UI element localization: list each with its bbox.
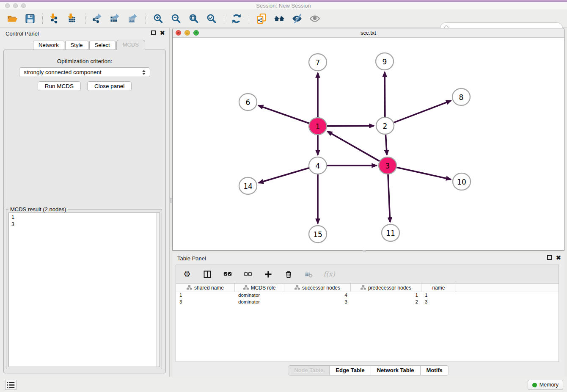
vertical-splitter[interactable] (169, 28, 172, 377)
hide-style-button[interactable] (291, 12, 303, 25)
graph-edge-3-10[interactable] (396, 167, 451, 179)
graph-edge-3-11[interactable] (388, 174, 390, 222)
graph-edge-2-9[interactable] (385, 72, 385, 117)
table-cell[interactable]: 1 (351, 292, 421, 299)
tab-network[interactable]: Network (33, 41, 64, 50)
table-cell[interactable]: 4 (284, 292, 351, 299)
memory-button[interactable]: Memory (528, 380, 563, 390)
list-icon (6, 380, 16, 390)
status-bar: Memory (0, 377, 567, 392)
select-all-button[interactable] (223, 269, 233, 279)
mcds-result-box[interactable]: 1 3 (8, 213, 160, 367)
clone-network-button[interactable] (255, 12, 268, 25)
network-canvas[interactable]: 7968124314101511 (173, 38, 564, 250)
gear-icon: ⚙ (183, 269, 190, 279)
table-close-panel-icon[interactable]: ✖ (556, 255, 561, 260)
graph-node-15[interactable]: 15 (309, 226, 327, 243)
float-panel-icon[interactable] (151, 30, 156, 35)
tab-edge-table[interactable]: Edge Table (330, 366, 371, 375)
zoom-selected-button[interactable] (205, 12, 218, 25)
control-panel-title: Control Panel (6, 30, 39, 37)
graph-node-4[interactable]: 4 (309, 157, 327, 174)
refresh-icon (231, 13, 242, 24)
table-cell[interactable]: 2 (351, 299, 421, 306)
control-panel-header: Control Panel ✖ (0, 28, 169, 39)
tab-style[interactable]: Style (65, 41, 88, 50)
table-cell[interactable]: 3 (176, 299, 235, 306)
columns-button[interactable] (202, 269, 212, 279)
memory-status-icon (532, 383, 537, 387)
column-header-predecessor-nodes[interactable]: predecessor nodes (351, 284, 421, 292)
export-table-icon (110, 13, 121, 24)
home-pair-button[interactable] (273, 12, 286, 25)
graph-edge-4-14[interactable] (259, 168, 309, 183)
graph-edge-1-2[interactable] (327, 126, 374, 126)
save-session-button[interactable] (24, 12, 36, 25)
table-cell[interactable]: 1 (176, 292, 235, 299)
gear-button[interactable]: ⚙ (182, 269, 192, 279)
tree-icon (187, 285, 192, 290)
open-session-button[interactable] (6, 12, 19, 25)
graph-edge-1-6[interactable] (259, 105, 310, 123)
zoom-fit-button[interactable] (187, 12, 200, 25)
import-network-button[interactable] (49, 12, 61, 25)
table-float-panel-icon[interactable] (547, 255, 552, 260)
import-table-button[interactable] (66, 12, 79, 25)
table-cell[interactable]: 3 (284, 299, 351, 306)
run-mcds-button[interactable]: Run MCDS (38, 81, 81, 91)
graph-node-14[interactable]: 14 (239, 177, 257, 194)
tab-node-table[interactable]: Node Table (288, 366, 330, 375)
zoom-out-button[interactable] (170, 12, 182, 25)
column-header-successor-nodes[interactable]: successor nodes (284, 284, 351, 292)
graph-edge-3-1[interactable] (328, 131, 380, 161)
delete-button[interactable] (284, 269, 294, 279)
graph-node-11[interactable]: 11 (382, 224, 399, 241)
graph-node-3[interactable]: 3 (379, 157, 396, 174)
optimization-criterion-value: strongly connected component (24, 69, 102, 75)
tab-mcds[interactable]: MCDS (116, 40, 145, 50)
tab-select[interactable]: Select (89, 41, 116, 50)
network-window-titlebar: ✕ − + scc.txt (173, 28, 564, 38)
graph-edge-2-8[interactable] (394, 101, 451, 123)
tab-network-table[interactable]: Network Table (371, 366, 421, 375)
table-row[interactable]: 1dominator411 (176, 292, 559, 299)
close-panel-button[interactable]: Close panel (87, 81, 132, 91)
graph-node-9[interactable]: 9 (376, 53, 394, 70)
show-graphics-button[interactable] (308, 12, 321, 25)
add-button[interactable] (263, 269, 273, 279)
table-cell[interactable]: dominator (235, 292, 284, 299)
column-header-MCDS-role[interactable]: MCDS role (235, 284, 284, 292)
graph-edge-2-3[interactable] (385, 134, 387, 155)
graph-node-8[interactable]: 8 (452, 88, 470, 105)
horizontal-splitter-grip[interactable] (363, 250, 366, 252)
export-table-button[interactable] (109, 12, 122, 25)
table-row[interactable]: 3dominator323 (176, 299, 559, 306)
zoom-in-button[interactable] (152, 12, 165, 25)
graph-node-7[interactable]: 7 (309, 54, 327, 71)
graph-node-1[interactable]: 1 (309, 118, 327, 135)
close-panel-icon[interactable]: ✖ (160, 30, 165, 35)
result-scrollbar[interactable] (156, 213, 160, 367)
optimization-criterion-select[interactable]: strongly connected component (19, 67, 150, 77)
refresh-button[interactable] (230, 12, 243, 25)
tab-motifs[interactable]: Motifs (421, 366, 449, 375)
task-history-button[interactable] (5, 380, 17, 390)
delete-table-icon (305, 270, 313, 279)
graph-node-6[interactable]: 6 (239, 94, 257, 110)
column-header-name[interactable]: name (421, 284, 456, 292)
export-network-button[interactable] (91, 12, 104, 25)
graph-node-2[interactable]: 2 (376, 117, 394, 134)
column-header-shared-name[interactable]: shared name (176, 284, 235, 292)
mcds-result-values: 1 3 (9, 213, 160, 229)
table-panel: Table Panel ✖ ⚙f(x) shared nameMCDS role… (172, 253, 564, 377)
table-cell[interactable]: 1 (421, 292, 456, 299)
zoom-selected-icon (206, 13, 217, 24)
deselect-all-button[interactable] (243, 269, 253, 279)
table-cell[interactable]: 3 (421, 299, 456, 306)
show-graphics-icon (309, 13, 320, 24)
zoom-in-icon (153, 13, 164, 24)
graph-node-10[interactable]: 10 (453, 173, 471, 190)
export-image-button[interactable] (127, 12, 140, 25)
table-cell[interactable]: dominator (235, 299, 284, 306)
table-body: 1dominator4113dominator323 (176, 292, 559, 306)
